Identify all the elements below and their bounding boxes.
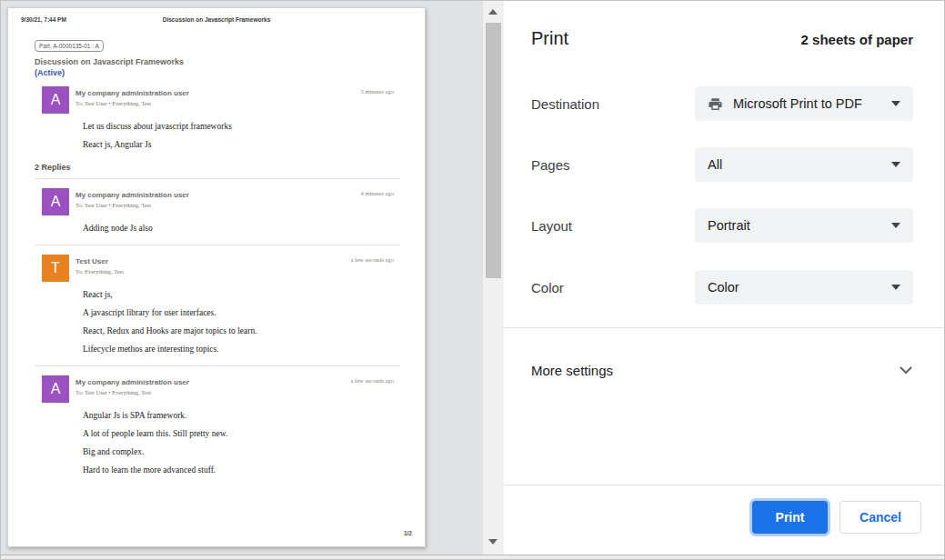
divider bbox=[35, 245, 400, 245]
destination-row: Destination Microsoft Print to PDF bbox=[531, 86, 913, 121]
avatar: A bbox=[42, 375, 69, 403]
post-header: A My company administration user To: Tes… bbox=[42, 86, 400, 114]
reply-post-3: a few seconds ago A My company administr… bbox=[35, 375, 400, 475]
print-page-content: Part, A-0000135-01 : A Discussion on Jav… bbox=[35, 35, 400, 475]
preview-scrollbar[interactable] bbox=[483, 1, 504, 555]
post-line: Big and complex. bbox=[83, 447, 400, 457]
layout-value: Portrait bbox=[708, 218, 750, 233]
print-page-header: Discussion on Javascript Frameworks 9/30… bbox=[8, 16, 425, 25]
post-header: A My company administration user To: Tes… bbox=[42, 375, 400, 403]
layout-row: Layout Portrait bbox=[531, 208, 913, 243]
post-line: Lifecycle methos are interesting topics. bbox=[83, 345, 400, 355]
printer-icon bbox=[708, 96, 723, 112]
color-value: Color bbox=[708, 280, 739, 295]
chevron-down-icon bbox=[899, 365, 913, 375]
more-settings-label: More settings bbox=[531, 363, 613, 378]
replies-heading: 2 Replies bbox=[35, 163, 400, 172]
pages-row: Pages All bbox=[531, 147, 913, 182]
destination-select[interactable]: Microsoft Print to PDF bbox=[695, 86, 913, 121]
sheets-count: 2 sheets of paper bbox=[801, 32, 913, 47]
dialog-header: Print 2 sheets of paper bbox=[531, 28, 913, 49]
post-recipients: To: Everything, Test bbox=[75, 268, 124, 275]
layout-label: Layout bbox=[531, 218, 572, 234]
scrollbar-down-arrow-icon[interactable] bbox=[488, 539, 498, 545]
reply-post-2: a few seconds ago T Test User To: Everyt… bbox=[35, 255, 400, 355]
post-line: Angular Js is SPA framework. bbox=[83, 411, 400, 421]
chevron-down-icon bbox=[891, 285, 900, 290]
cancel-button[interactable]: Cancel bbox=[839, 501, 921, 534]
print-preview-pane: Discussion on Javascript Frameworks 9/30… bbox=[1, 1, 483, 555]
post-line: A lot of people learn this. Still pretty… bbox=[83, 429, 400, 439]
discussion-title: Discussion on Javascript Frameworks bbox=[35, 57, 400, 66]
post-timestamp: 5 minutes ago bbox=[361, 88, 394, 95]
reply-post-1: 4 minutes ago A My company administratio… bbox=[35, 188, 400, 234]
layout-select[interactable]: Portrait bbox=[695, 208, 913, 243]
post-recipients: To: Test User • Everything, Test bbox=[75, 202, 189, 208]
post-author: My company administration user bbox=[75, 375, 189, 386]
print-preview-page-1: Discussion on Javascript Frameworks 9/30… bbox=[7, 7, 426, 547]
divider bbox=[35, 365, 400, 366]
destination-label: Destination bbox=[531, 96, 599, 112]
post-line: A javascript library for user interfaces… bbox=[83, 308, 400, 318]
discussion-status: (Active) bbox=[35, 68, 400, 77]
post-line: Hard to learn the more advanced stuff. bbox=[83, 465, 400, 475]
page-number-indicator: 1/2 bbox=[404, 530, 412, 536]
divider bbox=[504, 485, 943, 485]
color-row: Color Color bbox=[531, 270, 913, 305]
page-header-title: Discussion on Javascript Frameworks bbox=[8, 16, 425, 23]
divider bbox=[504, 327, 943, 328]
post-timestamp: 4 minutes ago bbox=[361, 190, 394, 196]
post-recipients: To: Test User • Everything, Test bbox=[75, 100, 189, 106]
post-header: T Test User To: Everything, Test bbox=[42, 255, 400, 282]
post-line: React js, Angular Js bbox=[83, 140, 400, 150]
chevron-down-icon bbox=[891, 162, 900, 167]
pages-value: All bbox=[708, 157, 722, 172]
avatar: A bbox=[42, 188, 69, 215]
post-body: Let us discuss about javascript framewor… bbox=[83, 122, 400, 150]
chevron-down-icon bbox=[891, 101, 900, 106]
part-badge: Part, A-0000135-01 : A bbox=[35, 40, 104, 52]
post-line: Let us discuss about javascript framewor… bbox=[83, 122, 400, 132]
print-button[interactable]: Print bbox=[752, 501, 828, 534]
post-line: React, Redux and Hooks are major topics … bbox=[83, 326, 400, 336]
color-select[interactable]: Color bbox=[695, 270, 913, 305]
dialog-footer: Print Cancel bbox=[531, 501, 921, 534]
print-settings-pane: Print 2 sheets of paper Destination Micr… bbox=[504, 1, 943, 555]
post-timestamp: a few seconds ago bbox=[351, 377, 394, 384]
post-author: Test User bbox=[75, 255, 124, 265]
chevron-down-icon bbox=[891, 223, 900, 228]
pages-label: Pages bbox=[531, 157, 570, 173]
post-author: My company administration user bbox=[75, 86, 189, 97]
avatar: T bbox=[42, 255, 69, 282]
window-bottom-edge bbox=[1, 555, 944, 559]
color-label: Color bbox=[531, 280, 564, 295]
destination-value: Microsoft Print to PDF bbox=[733, 96, 862, 111]
scrollbar-up-arrow-icon[interactable] bbox=[488, 9, 498, 15]
post-author: My company administration user bbox=[75, 188, 189, 199]
avatar: A bbox=[42, 86, 69, 114]
main-post: 5 minutes ago A My company administratio… bbox=[35, 86, 400, 150]
post-line: Adding node Js also bbox=[83, 224, 400, 234]
page-header-datetime: 9/30/21, 7:44 PM bbox=[21, 16, 66, 23]
scrollbar-thumb[interactable] bbox=[486, 23, 501, 278]
post-header: A My company administration user To: Tes… bbox=[42, 188, 400, 215]
divider bbox=[35, 178, 400, 179]
post-timestamp: a few seconds ago bbox=[351, 256, 394, 263]
print-dialog-window: Discussion on Javascript Frameworks 9/30… bbox=[0, 0, 945, 560]
dialog-title: Print bbox=[531, 28, 568, 49]
post-body: Adding node Js also bbox=[83, 224, 400, 234]
post-body: React js, A javascript library for user … bbox=[83, 290, 400, 355]
more-settings-toggle[interactable]: More settings bbox=[531, 355, 913, 385]
post-recipients: To: Test User • Everything, Test bbox=[75, 389, 189, 395]
post-body: Angular Js is SPA framework. A lot of pe… bbox=[83, 411, 400, 475]
pages-select[interactable]: All bbox=[695, 147, 913, 182]
post-line: React js, bbox=[83, 290, 400, 300]
